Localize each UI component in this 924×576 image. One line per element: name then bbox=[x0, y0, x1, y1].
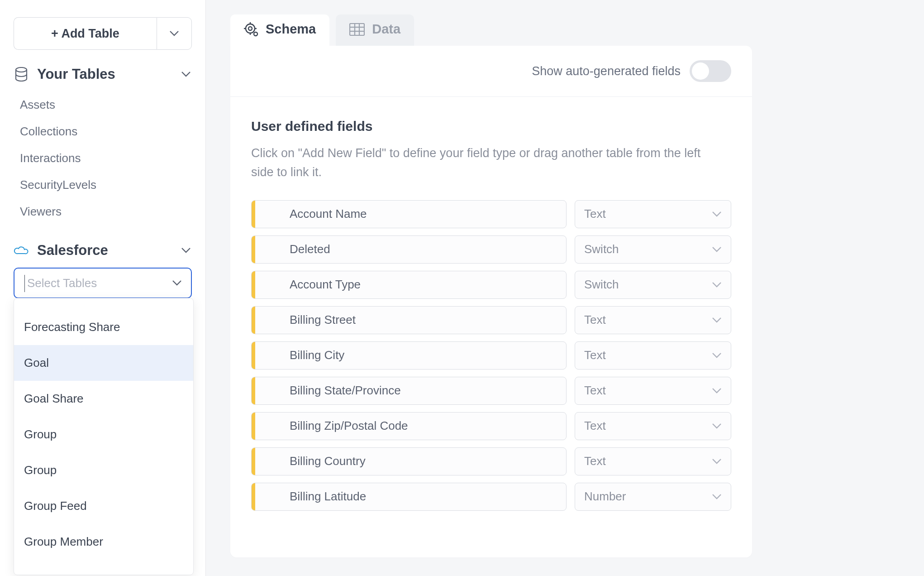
field-type-select[interactable]: Text bbox=[575, 412, 731, 440]
your-tables-title: Your Tables bbox=[37, 66, 173, 82]
chevron-down-icon bbox=[712, 458, 722, 465]
chevron-down-icon bbox=[712, 352, 722, 359]
field-row: Billing CityText bbox=[251, 341, 731, 370]
field-name-cell[interactable]: Billing Street bbox=[251, 306, 567, 334]
field-type-label: Switch bbox=[584, 278, 712, 292]
salesforce-header[interactable]: Salesforce bbox=[14, 242, 192, 259]
add-table-button[interactable]: + Add Table bbox=[14, 17, 157, 50]
field-color-bar bbox=[252, 236, 255, 263]
dropdown-item[interactable]: Group Member bbox=[14, 524, 193, 560]
fields-section: User defined fields Click on "Add New Fi… bbox=[230, 97, 752, 540]
field-type-select[interactable]: Text bbox=[575, 377, 731, 405]
chevron-down-icon bbox=[712, 388, 722, 394]
field-color-bar bbox=[252, 201, 255, 228]
dropdown-item[interactable]: Group Member bbox=[14, 560, 193, 570]
field-name-cell[interactable]: Billing Latitude bbox=[251, 483, 567, 511]
toggle-knob bbox=[692, 62, 709, 80]
field-name-cell[interactable]: Account Type bbox=[251, 271, 567, 299]
field-color-bar bbox=[252, 377, 255, 404]
svg-point-3 bbox=[254, 32, 257, 36]
section-description: Click on "Add New Field" to define your … bbox=[251, 144, 726, 182]
dropdown-item[interactable]: Goal Share bbox=[14, 381, 193, 417]
field-type-select[interactable]: Text bbox=[575, 341, 731, 370]
field-type-label: Text bbox=[584, 454, 712, 468]
chevron-down-icon bbox=[181, 247, 192, 254]
your-tables-list: AssetsCollectionsInteractionsSecurityLev… bbox=[14, 91, 192, 225]
field-row: Billing Zip/Postal CodeText bbox=[251, 412, 731, 440]
field-name-label: Billing State/Province bbox=[290, 384, 401, 398]
dropdown-item[interactable]: Forecast Share bbox=[14, 298, 193, 309]
auto-gen-toggle[interactable] bbox=[690, 60, 731, 82]
chevron-down-icon bbox=[712, 423, 722, 429]
auto-gen-toggle-label: Show auto-generated fields bbox=[532, 64, 681, 78]
select-tables-dropdown: Forecast ShareForecasting ShareGoalGoal … bbox=[14, 298, 194, 575]
chevron-down-icon bbox=[712, 317, 722, 323]
field-type-select[interactable]: Switch bbox=[575, 271, 731, 299]
field-color-bar bbox=[252, 448, 255, 475]
chevron-down-icon bbox=[712, 282, 722, 288]
field-name-label: Billing Latitude bbox=[290, 490, 366, 504]
field-name-cell[interactable]: Deleted bbox=[251, 235, 567, 264]
main-content: Schema Data Show auto-generated fields U… bbox=[206, 0, 924, 576]
fields-list: Account NameTextDeletedSwitchAccount Typ… bbox=[251, 200, 731, 511]
sidebar-table-item[interactable]: Collections bbox=[14, 118, 192, 145]
field-name-cell[interactable]: Account Name bbox=[251, 200, 567, 228]
field-name-cell[interactable]: Billing City bbox=[251, 341, 567, 370]
sidebar: + Add Table Your Tables AssetsCollection… bbox=[0, 0, 206, 576]
your-tables-header[interactable]: Your Tables bbox=[14, 66, 192, 82]
dropdown-item[interactable]: Forecasting Share bbox=[14, 309, 193, 345]
field-type-label: Text bbox=[584, 207, 712, 221]
dropdown-item[interactable]: Group bbox=[14, 452, 193, 488]
field-color-bar bbox=[252, 483, 255, 510]
add-table-dropdown-button[interactable] bbox=[157, 17, 192, 50]
field-type-select[interactable]: Text bbox=[575, 447, 731, 475]
sidebar-table-item[interactable]: Interactions bbox=[14, 145, 192, 172]
dropdown-item[interactable]: Group bbox=[14, 417, 193, 452]
field-type-label: Switch bbox=[584, 242, 712, 256]
select-tables-placeholder: Select Tables bbox=[27, 276, 172, 290]
field-type-select[interactable]: Text bbox=[575, 200, 731, 228]
svg-point-2 bbox=[248, 27, 252, 30]
field-name-label: Account Name bbox=[290, 207, 367, 221]
dropdown-item[interactable]: Goal bbox=[14, 345, 193, 381]
field-type-label: Text bbox=[584, 419, 712, 433]
tab-data-label: Data bbox=[372, 22, 400, 37]
field-name-cell[interactable]: Billing State/Province bbox=[251, 377, 567, 405]
table-icon bbox=[349, 23, 365, 36]
chevron-down-icon bbox=[712, 246, 722, 253]
section-title: User defined fields bbox=[251, 119, 731, 134]
sidebar-table-item[interactable]: SecurityLevels bbox=[14, 172, 192, 198]
field-type-select[interactable]: Text bbox=[575, 306, 731, 334]
chevron-down-icon bbox=[181, 71, 192, 77]
svg-point-1 bbox=[246, 24, 255, 33]
field-name-label: Deleted bbox=[290, 242, 330, 256]
sidebar-table-item[interactable]: Viewers bbox=[14, 198, 192, 225]
salesforce-title: Salesforce bbox=[37, 242, 173, 259]
field-name-label: Billing Country bbox=[290, 454, 366, 468]
field-row: Billing StreetText bbox=[251, 306, 731, 334]
chevron-down-icon bbox=[172, 280, 182, 286]
field-type-select[interactable]: Number bbox=[575, 483, 731, 511]
dropdown-item[interactable]: Group Feed bbox=[14, 488, 193, 524]
field-type-select[interactable]: Switch bbox=[575, 235, 731, 264]
auto-gen-toggle-row: Show auto-generated fields bbox=[230, 46, 752, 97]
salesforce-cloud-icon bbox=[14, 245, 29, 256]
field-name-cell[interactable]: Billing Zip/Postal Code bbox=[251, 412, 567, 440]
field-row: Billing LatitudeNumber bbox=[251, 483, 731, 511]
field-row: Billing State/ProvinceText bbox=[251, 377, 731, 405]
field-color-bar bbox=[252, 413, 255, 440]
field-type-label: Text bbox=[584, 348, 712, 362]
field-row: DeletedSwitch bbox=[251, 235, 731, 264]
sidebar-table-item[interactable]: Assets bbox=[14, 91, 192, 118]
schema-icon bbox=[244, 22, 258, 37]
select-tables-combobox[interactable]: Select Tables bbox=[14, 268, 192, 298]
chevron-down-icon bbox=[712, 211, 722, 217]
field-name-cell[interactable]: Billing Country bbox=[251, 447, 567, 475]
field-row: Account TypeSwitch bbox=[251, 271, 731, 299]
tab-schema[interactable]: Schema bbox=[230, 14, 329, 46]
field-type-label: Text bbox=[584, 313, 712, 327]
field-row: Billing CountryText bbox=[251, 447, 731, 475]
tab-data[interactable]: Data bbox=[336, 14, 414, 46]
schema-panel: Show auto-generated fields User defined … bbox=[230, 46, 752, 557]
svg-rect-4 bbox=[350, 24, 364, 35]
